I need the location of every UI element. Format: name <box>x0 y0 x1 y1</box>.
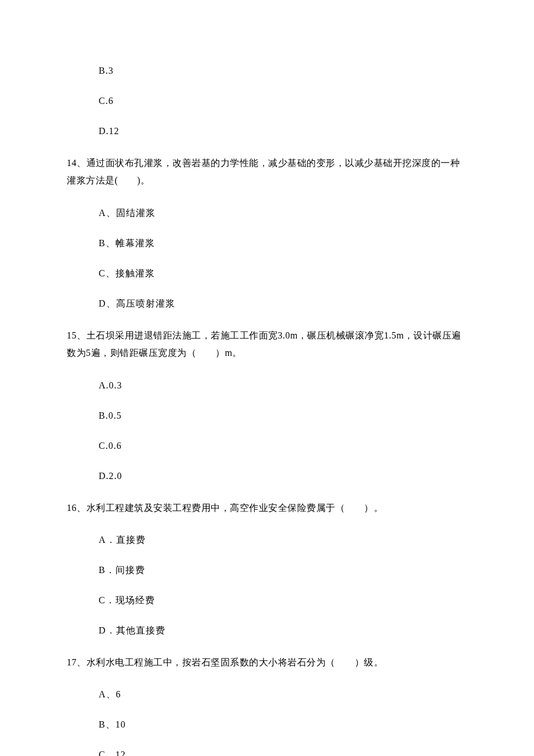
q15-text: 15、土石坝采用进退错距法施工，若施工工作面宽3.0m，碾压机械碾滚净宽1.5m… <box>67 327 467 362</box>
q17-option-a: A、6 <box>99 687 467 701</box>
q14-option-b: B、帷幕灌浆 <box>99 236 467 250</box>
q17-option-c: C、12 <box>99 748 467 756</box>
q15-option-d: D.2.0 <box>99 469 467 483</box>
q13-option-b: B.3 <box>99 64 467 78</box>
q14-option-a: A、固结灌浆 <box>99 206 467 220</box>
q14-option-d: D、高压喷射灌浆 <box>99 297 467 311</box>
q16-option-d: D．其他直接费 <box>99 624 467 638</box>
q17-option-b: B、10 <box>99 718 467 732</box>
q14-option-c: C、接触灌浆 <box>99 267 467 280</box>
q16-option-a: A．直接费 <box>99 533 467 547</box>
q15-option-c: C.0.6 <box>99 439 467 453</box>
q17-text: 17、水利水电工程施工中，按岩石坚固系数的大小将岩石分为（ ）级。 <box>67 654 467 671</box>
page-content: B.3 C.6 D.12 14、通过面状布孔灌浆，改善岩基的力学性能，减少基础的… <box>0 0 534 756</box>
q14-text: 14、通过面状布孔灌浆，改善岩基的力学性能，减少基础的变形，以减少基础开挖深度的… <box>67 154 467 190</box>
q16-option-c: C．现场经费 <box>99 593 467 607</box>
q13-option-c: C.6 <box>99 94 467 108</box>
q16-option-b: B．间接费 <box>99 563 467 577</box>
q16-text: 16、水利工程建筑及安装工程费用中，高空作业安全保险费属于（ ）。 <box>67 499 467 517</box>
q13-option-d: D.12 <box>99 124 467 138</box>
q15-option-b: B.0.5 <box>99 409 467 423</box>
q15-option-a: A.0.3 <box>99 379 467 393</box>
